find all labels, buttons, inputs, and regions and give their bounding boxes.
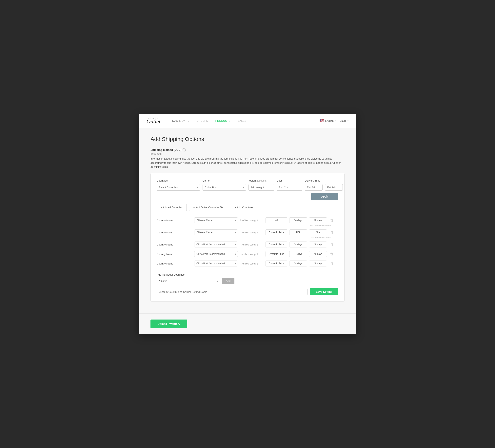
header-weight: Weight (optional)	[248, 179, 274, 182]
language-label: English	[325, 119, 334, 122]
cost-input[interactable]	[277, 184, 302, 191]
save-row: Save Setting	[157, 288, 338, 295]
add-all-label: + Add All Countries	[161, 206, 183, 209]
individual-country-select[interactable]: AlbaniaAlgeriaAndorraAngolaArgentinaAust…	[157, 278, 220, 284]
carrier-select-wrapper[interactable]: China Post	[203, 184, 246, 191]
page-bottom: Upload Inventory	[138, 313, 357, 334]
delivery-max-input[interactable]	[325, 184, 343, 191]
delivery-min-cell: 14 days	[289, 260, 307, 266]
navbar: SELLEROutlet DASHBOARD ORDERS PRODUCTS S…	[138, 114, 357, 128]
upload-inventory-button[interactable]: Upload Inventory	[151, 320, 187, 328]
save-setting-button[interactable]: Save Setting	[310, 288, 338, 295]
column-headers: Countries Carrier Weight (optional) Cost…	[157, 179, 338, 182]
row-carrier-select-wrapper[interactable]: China Post (recommended) ▾	[194, 251, 238, 257]
delivery-min-cell: 14 days	[289, 217, 307, 223]
country-name-cell: Country Name	[157, 253, 192, 256]
delete-row-button[interactable]: 🗑	[329, 252, 335, 256]
countries-select-wrapper[interactable]: Select Countries	[157, 184, 200, 191]
delivery-min-cell: N/A	[289, 230, 307, 235]
carrier-select[interactable]: China Post	[203, 184, 246, 191]
weight-cell: Prefilled Weight	[240, 243, 263, 246]
add-outlet-label: + Add Outlet Countries Top	[193, 206, 224, 209]
row-carrier-select[interactable]: Different Carrier	[194, 217, 238, 223]
delivery-min-input[interactable]	[305, 184, 323, 191]
table-row: Country Name China Post (recommended) ▾ …	[157, 259, 338, 268]
lang-chevron-icon: ▾	[335, 120, 336, 122]
delivery-max-cell: 48 days	[309, 260, 327, 266]
header-cost: Cost	[277, 179, 302, 182]
country-name-cell: Country Name	[157, 231, 192, 234]
page-title: Add Shipping Options	[151, 136, 344, 142]
add-individual-label: Add Individual Countries	[157, 273, 338, 276]
table-row: Country Name Different Carrier ▾ Prefill…	[157, 228, 338, 237]
header-delivery: Delivery Time	[305, 179, 340, 182]
nav-right: 🇺🇸 English ▾ Claire ▾	[320, 119, 348, 123]
cost-cell: Dynamic Price	[265, 251, 287, 257]
row-carrier-select-wrapper[interactable]: China Post (recommended) ▾	[194, 260, 238, 266]
table-row: Country Name Different Carrier ▾ Prefill…	[157, 216, 338, 225]
header-countries: Countries	[157, 179, 200, 182]
user-menu[interactable]: Claire ▾	[340, 119, 348, 122]
delete-row-button[interactable]: 🗑	[329, 261, 335, 266]
section-label: Shipping Method (USD) i	[151, 148, 344, 151]
nav-products[interactable]: PRODUCTS	[215, 119, 231, 122]
nav-sales[interactable]: SALES	[238, 119, 246, 122]
delivery-min-cell: 14 days	[289, 242, 307, 247]
country-rows: Country Name Different Carrier ▾ Prefill…	[157, 216, 338, 269]
delivery-max-cell: N/A	[309, 230, 327, 235]
weight-input[interactable]	[248, 184, 274, 191]
add-countries-button[interactable]: + Add Countries	[231, 204, 257, 211]
nav-dashboard[interactable]: DASHBOARD	[172, 119, 190, 122]
cost-cell: Dynamic Price	[265, 230, 287, 235]
weight-cell: Prefilled Weight	[240, 253, 263, 256]
add-countries-label: + Add Countries	[235, 206, 253, 209]
apply-button[interactable]: Apply	[311, 193, 338, 200]
required-label: (required)	[151, 152, 344, 155]
section-label-text: Shipping Method (USD)	[151, 148, 181, 151]
quick-add-row: + Add All Countries + Add Outlet Countri…	[157, 204, 338, 211]
delivery-min-cell: 14 days	[289, 251, 307, 257]
add-individual-row: AlbaniaAlgeriaAndorraAngolaArgentinaAust…	[157, 278, 338, 284]
add-outlet-countries-button[interactable]: + Add Outlet Countries Top	[189, 204, 228, 211]
save-name-input[interactable]	[157, 289, 307, 295]
shipping-card: Countries Carrier Weight (optional) Cost…	[151, 173, 344, 301]
description-text: Information about shipping, like the fac…	[151, 157, 344, 169]
countries-select[interactable]: Select Countries	[157, 184, 200, 191]
country-name-cell: Country Name	[157, 243, 192, 246]
weight-cell: Prefilled Weight	[240, 262, 263, 265]
individual-country-select-wrapper[interactable]: AlbaniaAlgeriaAndorraAngolaArgentinaAust…	[157, 278, 220, 284]
delete-row-button[interactable]: 🗑	[329, 231, 335, 235]
country-name-cell: Country Name	[157, 262, 192, 265]
weight-cell: Prefilled Weight	[240, 219, 263, 222]
language-selector[interactable]: 🇺🇸 English ▾	[320, 119, 336, 123]
header-carrier: Carrier	[203, 179, 246, 182]
delivery-max-cell: 48 days	[309, 242, 327, 247]
row-carrier-select[interactable]: Different Carrier	[194, 230, 238, 235]
info-icon[interactable]: i	[183, 148, 186, 151]
weight-cell: Prefilled Weight	[240, 231, 263, 234]
delivery-max-cell: 48 days	[309, 217, 327, 223]
row-carrier-select-wrapper[interactable]: China Post (recommended) ▾	[194, 242, 238, 247]
table-row: Country Name China Post (recommended) ▾ …	[157, 240, 338, 249]
delivery-max-cell: 48 days	[309, 251, 327, 257]
cost-cell: N/A	[265, 217, 287, 223]
cost-cell: Dynamic Price	[265, 260, 287, 266]
flag-icon: 🇺🇸	[320, 119, 324, 123]
delete-row-button[interactable]: 🗑	[329, 218, 335, 222]
nav-orders[interactable]: ORDERS	[197, 119, 208, 122]
user-name: Claire	[340, 119, 346, 122]
delete-row-button[interactable]: 🗑	[329, 243, 335, 247]
input-row: Select Countries China Post	[157, 184, 338, 191]
row-carrier-select[interactable]: China Post (recommended)	[194, 251, 238, 257]
row-carrier-select-wrapper[interactable]: Different Carrier ▾	[194, 217, 238, 223]
nav-links: DASHBOARD ORDERS PRODUCTS SALES	[172, 119, 320, 122]
country-name-cell: Country Name	[157, 219, 192, 222]
add-individual-button[interactable]: Add	[222, 278, 234, 284]
logo: SELLEROutlet	[147, 117, 160, 124]
add-all-countries-button[interactable]: + Add All Countries	[157, 204, 187, 211]
row-carrier-select[interactable]: China Post (recommended)	[194, 242, 238, 247]
table-row: Country Name China Post (recommended) ▾ …	[157, 249, 338, 258]
page-content: Add Shipping Options Shipping Method (US…	[138, 128, 357, 313]
row-carrier-select[interactable]: China Post (recommended)	[194, 260, 238, 266]
row-carrier-select-wrapper[interactable]: Different Carrier ▾	[194, 230, 238, 235]
